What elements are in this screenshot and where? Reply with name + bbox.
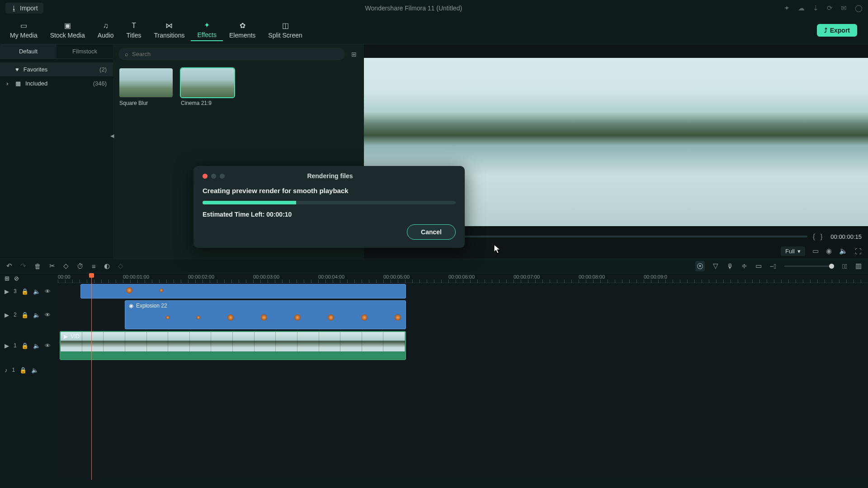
subtab-filmstock[interactable]: Filmstock (57, 44, 113, 58)
sparkle-icon[interactable]: ✦ (784, 4, 790, 12)
ruler-label: 00:00:02:00 (188, 274, 214, 280)
zoom-dot-icon (220, 174, 225, 179)
delete-icon[interactable]: 🗑 (34, 262, 41, 270)
split-icon[interactable]: ✂ (49, 262, 55, 270)
marker-icon[interactable]: ▽ (713, 262, 718, 270)
effect-thumb-cinema-21-9[interactable]: Cinema 21:9 (181, 68, 234, 106)
mute-icon[interactable]: 🔈 (33, 312, 40, 318)
download-icon[interactable]: ⇣ (813, 4, 819, 12)
lock-icon[interactable]: 🔒 (21, 342, 28, 349)
undo-icon[interactable]: ↶ (6, 262, 12, 270)
color-icon[interactable]: ◐ (104, 262, 110, 270)
timeline[interactable]: 00:00 00:00:01:00 00:00:02:00 00:00:03:0… (58, 273, 868, 480)
track-number: 3 (14, 288, 17, 294)
lock-icon[interactable]: 🔒 (19, 367, 27, 374)
spark-icon (160, 289, 163, 292)
mute-icon[interactable]: 🔈 (33, 342, 40, 349)
thumb-image (181, 68, 234, 97)
grid-icon: ▦ (15, 80, 21, 87)
video-track-3[interactable] (58, 283, 868, 299)
tab-effects[interactable]: ✦Effects (191, 19, 223, 41)
tab-split-screen[interactable]: ◫Split Screen (262, 19, 308, 41)
cancel-button[interactable]: Cancel (407, 224, 456, 240)
export-label: Export (830, 27, 850, 34)
list-icon[interactable]: ≡ (92, 262, 96, 270)
lock-icon[interactable]: 🔒 (21, 312, 28, 318)
crop-icon[interactable]: ◇ (63, 262, 69, 270)
eye-icon[interactable]: 👁 (45, 312, 51, 318)
eye-icon[interactable]: 👁 (45, 342, 51, 349)
redo-icon[interactable]: ↷ (20, 262, 26, 270)
video-track-icon: ▶ (5, 312, 9, 318)
preview-quality-dropdown[interactable]: Full ▾ (781, 246, 805, 256)
timeline-ruler[interactable]: 00:00 00:00:01:00 00:00:02:00 00:00:03:0… (58, 273, 868, 283)
sidebar-item-favorites[interactable]: ♥ Favorites (2) (0, 62, 113, 76)
track-header-1[interactable]: ▶ 1 🔒 🔈 👁 (0, 330, 58, 361)
effect-thumb-square-blur[interactable]: Square Blur (119, 68, 173, 106)
mute-icon[interactable]: 🔈 (31, 367, 38, 374)
mark-in-icon[interactable]: { (813, 233, 815, 240)
refresh-icon[interactable]: ⟳ (827, 4, 833, 12)
close-dot-icon[interactable] (203, 174, 208, 179)
mail-icon[interactable]: ✉ (841, 4, 847, 12)
clip-effect[interactable] (80, 284, 406, 298)
chevron-down-icon: ▾ (797, 248, 801, 255)
ruler-label: 00:00:06:00 (448, 274, 475, 280)
lock-icon[interactable]: 🔒 (21, 288, 28, 295)
sidebar-item-included[interactable]: › ▦ Included (346) (0, 76, 113, 90)
track-header-audio-1[interactable]: ♪ 1 🔒 🔈 (0, 361, 58, 379)
effects-icon: ✦ (204, 21, 210, 29)
track-header-3[interactable]: ▶ 3 🔒 🔈 👁 (0, 283, 58, 299)
track-header-2[interactable]: ▶ 2 🔒 🔈 👁 (0, 299, 58, 330)
clip-label: ▶ VID (64, 333, 80, 340)
spark-icon (395, 314, 401, 321)
playhead[interactable] (91, 273, 92, 480)
audio-icon: ♫ (103, 22, 108, 30)
display-icon[interactable]: ▭ (812, 247, 819, 255)
tab-label: Titles (127, 32, 142, 39)
keyframe-icon[interactable]: ◇ (118, 262, 123, 270)
export-button[interactable]: ⤴ Export (817, 24, 857, 37)
view-grid-icon[interactable]: ⊞ (349, 49, 359, 60)
zoom-knob[interactable] (829, 264, 834, 269)
render-preview-icon[interactable]: ⦿ (695, 261, 705, 271)
video-track-1[interactable]: ▶ VID (58, 330, 868, 361)
mark-out-icon[interactable]: } (821, 233, 823, 240)
volume-icon[interactable]: 🔈 (839, 247, 848, 255)
speed-icon[interactable]: ⏱ (77, 262, 84, 270)
zoom-in-icon[interactable]: ＋⃝ (842, 262, 847, 270)
user-icon[interactable]: ◯ (855, 4, 863, 12)
adjust-icon[interactable]: ▭ (755, 262, 762, 270)
video-track-2[interactable]: ◉ Explosion 22 (58, 299, 868, 330)
tab-transitions[interactable]: ⋈Transitions (147, 19, 191, 41)
search-box[interactable]: ⌕ (118, 48, 345, 60)
clip-video[interactable]: ▶ VID (60, 331, 406, 360)
clip-explosion-22[interactable]: ◉ Explosion 22 (125, 300, 406, 329)
collapse-sidebar-icon[interactable]: ◀ (110, 133, 114, 139)
tab-stock-media[interactable]: ▣Stock Media (44, 19, 91, 41)
tab-elements[interactable]: ✿Elements (223, 19, 262, 41)
zoom-fit-icon[interactable]: ▥ (855, 262, 862, 270)
link-icon[interactable]: ⊘ (14, 275, 19, 282)
cloud-icon[interactable]: ☁ (798, 4, 805, 12)
preview-timecode: 00:00:00:15 (830, 233, 862, 240)
import-button[interactable]: ⭳ Import (5, 3, 43, 14)
tab-label: Transitions (154, 32, 184, 39)
snapshot-icon[interactable]: ◉ (826, 247, 832, 255)
fullscreen-icon[interactable]: ⛶ (855, 247, 862, 255)
tab-titles[interactable]: TTitles (120, 20, 148, 41)
tab-audio[interactable]: ♫Audio (91, 20, 120, 41)
tab-my-media[interactable]: ▭My Media (4, 19, 44, 41)
zoom-slider[interactable] (784, 265, 834, 267)
effects-sidebar: Default Filmstock ♥ Favorites (2) › ▦ In… (0, 44, 113, 259)
add-track-icon[interactable]: ⊞ (5, 275, 9, 282)
search-input[interactable] (132, 51, 339, 57)
subtab-default[interactable]: Default (0, 44, 57, 58)
render-progress-fill (203, 201, 296, 204)
zoom-out-icon[interactable]: −⃝ (770, 262, 776, 270)
mixer-icon[interactable]: ≑ (741, 262, 747, 270)
sidebar-item-count: (2) (99, 66, 107, 73)
mute-icon[interactable]: 🔈 (33, 288, 40, 295)
voiceover-icon[interactable]: 🎙 (726, 262, 733, 270)
eye-icon[interactable]: 👁 (45, 288, 51, 295)
